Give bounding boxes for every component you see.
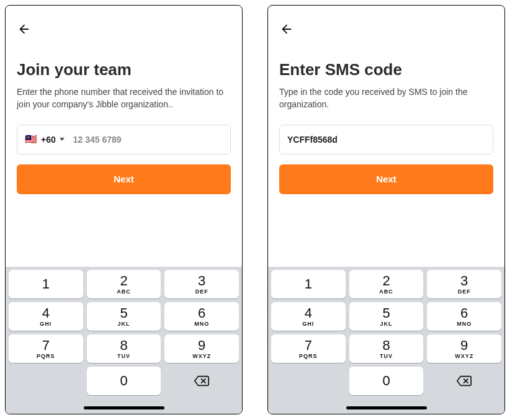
chevron-down-icon xyxy=(60,138,65,141)
keypad-6[interactable]: 6MNO xyxy=(427,302,501,331)
keypad-empty xyxy=(9,367,83,395)
content-area: Join your team Enter the phone number th… xyxy=(6,6,242,267)
page-title: Enter SMS code xyxy=(279,60,493,79)
keypad-2[interactable]: 2ABC xyxy=(349,270,424,298)
country-prefix: +60 xyxy=(41,135,56,145)
keypad-4[interactable]: 4GHI xyxy=(9,302,83,331)
back-button[interactable] xyxy=(279,22,294,37)
backspace-icon xyxy=(194,375,210,387)
keypad-0[interactable]: 0 xyxy=(349,367,424,395)
keypad-2[interactable]: 2ABC xyxy=(87,270,161,298)
sms-code-input-row xyxy=(279,125,493,154)
keypad-9[interactable]: 9WXYZ xyxy=(164,334,239,363)
keypad-backspace[interactable] xyxy=(427,367,501,395)
back-button[interactable] xyxy=(17,22,32,37)
phone-screen-enter-sms: Enter SMS code Type in the code you rece… xyxy=(267,5,505,414)
keypad-backspace[interactable] xyxy=(164,367,239,395)
flag-icon: 🇲🇾 xyxy=(25,133,37,145)
numeric-keypad: 1 2ABC 3DEF 4GHI 5JKL 6MNO 7PQRS 8TUV 9W… xyxy=(6,267,242,414)
home-indicator[interactable] xyxy=(84,406,164,409)
phone-input-row: 🇲🇾 +60 xyxy=(17,125,231,154)
home-indicator[interactable] xyxy=(346,406,427,409)
page-title: Join your team xyxy=(17,60,231,79)
sms-code-input[interactable] xyxy=(287,135,485,145)
backspace-icon xyxy=(456,375,472,387)
keypad-3[interactable]: 3DEF xyxy=(164,270,239,298)
content-area: Enter SMS code Type in the code you rece… xyxy=(268,6,504,267)
keypad-1[interactable]: 1 xyxy=(9,270,83,298)
keypad-9[interactable]: 9WXYZ xyxy=(427,334,501,363)
page-subtitle: Type in the code you received by SMS to … xyxy=(279,86,493,111)
page-subtitle: Enter the phone number that received the… xyxy=(17,86,231,111)
keypad-3[interactable]: 3DEF xyxy=(427,270,501,298)
keypad-6[interactable]: 6MNO xyxy=(164,302,239,331)
phone-input[interactable] xyxy=(73,135,223,145)
phone-screen-join-team: Join your team Enter the phone number th… xyxy=(5,5,243,414)
keypad-7[interactable]: 7PQRS xyxy=(9,334,83,363)
keypad-0[interactable]: 0 xyxy=(87,367,161,395)
next-button[interactable]: Next xyxy=(279,164,493,194)
back-arrow-icon xyxy=(17,22,31,36)
country-code-selector[interactable]: 🇲🇾 +60 xyxy=(25,133,65,145)
keypad-4[interactable]: 4GHI xyxy=(271,302,346,331)
numeric-keypad: 1 2ABC 3DEF 4GHI 5JKL 6MNO 7PQRS 8TUV 9W… xyxy=(268,267,504,414)
keypad-8[interactable]: 8TUV xyxy=(349,334,424,363)
keypad-1[interactable]: 1 xyxy=(271,270,346,298)
next-button[interactable]: Next xyxy=(17,164,231,194)
keypad-7[interactable]: 7PQRS xyxy=(271,334,346,363)
keypad-5[interactable]: 5JKL xyxy=(349,302,424,331)
keypad-8[interactable]: 8TUV xyxy=(87,334,161,363)
keypad-empty xyxy=(271,367,346,395)
keypad-5[interactable]: 5JKL xyxy=(87,302,161,331)
back-arrow-icon xyxy=(280,22,293,36)
